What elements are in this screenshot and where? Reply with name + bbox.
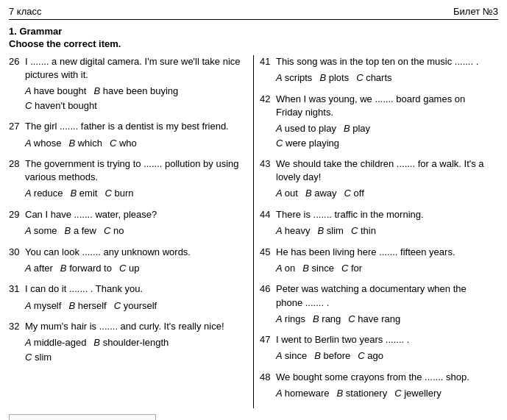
option-letter: A: [276, 225, 285, 236]
option-letter: B: [302, 263, 311, 274]
option-item: B shoulder-length: [93, 335, 169, 350]
question-text: There is ....... traffic in the morning.: [276, 208, 492, 221]
option-text: play: [352, 123, 370, 134]
question-text: Can I have ....... water, please?: [25, 208, 241, 221]
option-letter: C: [351, 225, 361, 236]
answer-input-box[interactable]: [9, 414, 156, 420]
option-letter: B: [93, 85, 102, 96]
question-text: Peter was watching a documentary when th…: [276, 282, 492, 309]
question-options: A myselfB herselfC yourself: [25, 299, 241, 313]
question-body: This song was in the top ten on the musi…: [276, 55, 492, 85]
question-options: A onB sinceC for: [276, 261, 492, 276]
option-text: charts: [366, 72, 391, 83]
option-item: C who: [110, 136, 137, 151]
option-text: on: [285, 263, 295, 274]
option-item: C no: [104, 224, 124, 238]
instruction: Choose the correct item.: [9, 38, 498, 49]
question-text: This song was in the top ten on the musi…: [276, 55, 492, 68]
option-item: C jewellery: [394, 386, 442, 401]
option-item: B play: [344, 121, 370, 136]
question-item: 30You can look ....... any unknown words…: [9, 246, 241, 276]
question-item: 48We bought some crayons from the ......…: [260, 371, 492, 401]
question-item: 28The government is trying to ....... po…: [9, 157, 241, 201]
option-item: B forward to: [60, 261, 112, 276]
option-text: rang: [322, 313, 341, 324]
question-item: 44There is ....... traffic in the mornin…: [260, 208, 492, 238]
option-item: A have bought: [25, 84, 86, 99]
option-text: rings: [285, 313, 305, 324]
option-letter: B: [337, 388, 346, 399]
option-letter: B: [319, 72, 328, 83]
option-text: up: [129, 263, 139, 274]
question-options-line1: A have boughtB have been buying: [25, 84, 241, 99]
option-text: shoulder-length: [103, 337, 169, 348]
option-item: B plots: [319, 71, 349, 85]
option-letter: C: [348, 313, 358, 324]
question-number: 47: [260, 333, 276, 363]
option-text: have been buying: [103, 85, 179, 96]
option-letter: C: [114, 300, 124, 311]
option-letter: B: [314, 350, 323, 361]
question-number: 28: [9, 157, 25, 201]
option-item: B rang: [313, 312, 341, 327]
left-column: 26I ....... a new digital camera. I'm su…: [9, 55, 247, 408]
option-letter: A: [276, 350, 285, 361]
question-number: 48: [260, 371, 276, 401]
option-letter: A: [276, 263, 285, 274]
right-column: 41This song was in the top ten on the mu…: [260, 55, 498, 408]
question-text: The girl ....... father is a dentist is …: [25, 120, 241, 133]
question-options: A homewareB stationeryC jewellery: [276, 386, 492, 401]
option-item: C ago: [358, 349, 383, 363]
question-item: 27The girl ....... father is a dentist i…: [9, 120, 241, 150]
question-item: 26I ....... a new digital camera. I'm su…: [9, 55, 241, 113]
option-letter: A: [25, 225, 34, 236]
question-text: I can do it ....... . Thank you.: [25, 282, 241, 296]
column-divider: [253, 55, 254, 408]
option-item: A middle-aged: [25, 335, 86, 350]
question-text: The government is trying to ....... poll…: [25, 157, 241, 184]
question-body: You can look ....... any unknown words.A…: [25, 246, 241, 276]
option-item: A after: [25, 261, 53, 276]
question-options-line2: C slim: [25, 350, 241, 365]
option-item: B a few: [65, 224, 96, 238]
question-text: I ....... a new digital camera. I'm sure…: [25, 55, 241, 82]
question-text: He has been living here ....... fifteen …: [276, 246, 492, 259]
option-item: C charts: [356, 71, 391, 85]
question-body: We bought some crayons from the ....... …: [276, 371, 492, 401]
option-letter: A: [276, 313, 285, 324]
question-body: The girl ....... father is a dentist is …: [25, 120, 241, 150]
question-text: My mum's hair is ....... and curly. It's…: [25, 320, 241, 333]
question-options: A ringsB rangC have rang: [276, 312, 492, 327]
option-letter: C: [276, 138, 286, 149]
option-item: C have rang: [348, 312, 400, 327]
question-body: We should take the children ....... for …: [276, 157, 492, 201]
option-letter: C: [358, 350, 367, 361]
question-text: We bought some crayons from the ....... …: [276, 371, 492, 384]
option-text: out: [285, 188, 298, 199]
question-number: 30: [9, 246, 25, 276]
question-options-line2: C were playing: [276, 136, 492, 151]
option-text: heavy: [285, 225, 311, 236]
option-text: reduce: [34, 188, 63, 199]
option-letter: A: [276, 72, 285, 83]
option-item: C off: [344, 186, 364, 201]
option-letter: C: [341, 263, 351, 274]
option-item: A used to play: [276, 121, 336, 136]
option-item: C thin: [351, 224, 376, 238]
option-letter: C: [356, 72, 366, 83]
question-item: 42When I was young, we ....... board gam…: [260, 93, 492, 150]
option-item: B have been buying: [93, 84, 178, 99]
option-letter: B: [60, 263, 69, 274]
option-item: B emit: [71, 186, 98, 201]
question-body: Peter was watching a documentary when th…: [276, 282, 492, 326]
option-item: B since: [302, 261, 334, 276]
question-item: 43We should take the children ....... fo…: [260, 157, 492, 201]
option-text: yourself: [124, 300, 157, 311]
option-letter: C: [104, 225, 113, 236]
option-letter: C: [25, 352, 35, 363]
option-item: C haven't bought: [25, 99, 97, 113]
option-item: A whose: [25, 136, 61, 151]
question-body: I went to Berlin two years ....... .A si…: [276, 333, 492, 363]
question-body: When I was young, we ....... board games…: [276, 93, 492, 150]
question-options: A outB awayC off: [276, 186, 492, 201]
